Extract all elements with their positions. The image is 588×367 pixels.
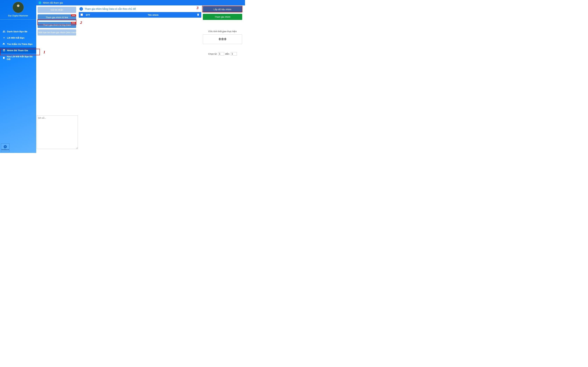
submenu-label: Gửi tin nhắn xyxy=(51,8,63,11)
column-group-name: Tên nhóm xyxy=(112,14,194,16)
range-to-input[interactable] xyxy=(231,52,237,56)
feedback-label: feedback xyxy=(1,149,9,151)
join-from-link-button[interactable]: Tham gia nhóm từ link New xyxy=(38,14,76,20)
get-group-data-button[interactable]: Lấy dữ liệu nhóm xyxy=(203,6,242,12)
layers-icon xyxy=(2,49,6,52)
new-badge: New xyxy=(71,22,76,24)
page-title: Nhóm đã tham gia xyxy=(43,1,63,4)
annotation-number-1: 1 xyxy=(43,50,45,54)
submenu-label: Mời bạn bè tham gia nhóm (kéo member) xyxy=(38,31,76,34)
new-badge: New xyxy=(71,14,76,17)
range-from-label: Chọn từ: xyxy=(208,53,217,55)
messenger-icon xyxy=(3,145,7,149)
sidebar-item-friends-list[interactable]: Danh Sách Bạn Bè xyxy=(0,28,36,35)
submenu-label: Tham gia nhóm từ link xyxy=(46,16,68,19)
search-icon xyxy=(2,43,6,45)
trash-icon xyxy=(2,57,5,59)
sidebar: Đại Digital Marketer Danh Sách Bạn Bè Lờ… xyxy=(0,0,36,153)
range-row: Chọn từ: đến: xyxy=(203,52,242,56)
table-header: STT Tên nhóm xyxy=(79,12,201,18)
sidebar-nav: Danh Sách Bạn Bè Lời Mời Kết Bạn Tìm Kiế… xyxy=(0,28,36,62)
username: Đại Digital Marketer xyxy=(0,14,36,17)
range-from-input[interactable] xyxy=(218,52,224,56)
join-from-bigdata-button[interactable]: Tham gia nhóm từ Big Data New xyxy=(38,22,76,28)
sidebar-divider xyxy=(0,19,36,20)
invite-friends-button[interactable]: Mời bạn bè tham gia nhóm (kéo member) xyxy=(38,29,76,35)
submenu-label: Tham gia nhóm từ Big Data xyxy=(43,24,71,26)
sidebar-item-delete-sent-requests[interactable]: Xóa Lời Mời Kết Bạn Đã Gửi xyxy=(0,53,36,62)
column-stt: STT xyxy=(86,14,112,16)
breadcrumb: Tham gia nhóm bằng Data có sẵn theo chủ … xyxy=(85,8,136,10)
sidebar-item-friend-requests[interactable]: Lời Mời Kết Bạn xyxy=(0,35,36,41)
range-to-label: đến: xyxy=(225,53,230,55)
button-label: Lấy dữ liệu nhóm xyxy=(214,8,231,11)
send-message-button[interactable]: Gửi tin nhắn xyxy=(38,7,76,13)
sidebar-item-search-add[interactable]: Tìm Kiếm Và Thêm Bạn xyxy=(0,41,36,47)
sidebar-item-joined-groups[interactable]: Nhóm Đã Tham Gia xyxy=(0,47,36,53)
estimate-label: Ước tính thời gian thực hiện xyxy=(203,30,242,33)
back-icon[interactable]: ‹ xyxy=(79,7,83,11)
sidebar-item-label: Tìm Kiếm Và Thêm Bạn xyxy=(7,43,33,45)
sidebar-item-label: Danh Sách Bạn Bè xyxy=(7,30,27,33)
annotation-number-2: 2 xyxy=(80,20,82,25)
users-icon xyxy=(2,30,6,33)
right-panel: Lấy dữ liệu nhóm Tham gia nhóm Ước tính … xyxy=(203,6,242,56)
timer-value: 0:0:0 xyxy=(203,34,242,44)
submenu: Gửi tin nhắn Tham gia nhóm từ link New T… xyxy=(36,5,77,35)
sidebar-item-label: Nhóm Đã Tham Gia xyxy=(7,49,28,52)
history-textarea[interactable] xyxy=(37,116,78,149)
sidebar-item-label: Lời Mời Kết Bạn xyxy=(7,36,25,39)
info-icon: i xyxy=(38,1,42,4)
join-group-button[interactable]: Tham gia nhóm xyxy=(203,14,242,20)
sidebar-item-label: Xóa Lời Mời Kết Bạn Đã Gửi xyxy=(7,55,34,60)
delete-column-icon[interactable] xyxy=(194,13,199,17)
feedback-button[interactable]: feedback xyxy=(1,143,9,152)
plus-icon xyxy=(2,36,6,39)
avatar[interactable] xyxy=(13,2,24,13)
page-header: i Nhóm đã tham gia xyxy=(36,0,245,5)
select-all-checkbox[interactable] xyxy=(80,13,83,16)
button-label: Tham gia nhóm xyxy=(215,16,230,18)
